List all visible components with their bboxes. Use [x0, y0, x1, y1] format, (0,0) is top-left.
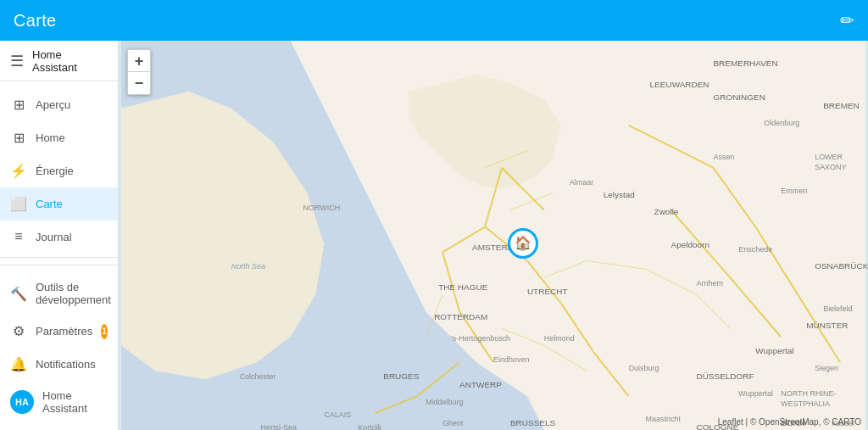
- dev-tools-icon: 🔨: [10, 286, 27, 302]
- svg-text:Eindhoven: Eindhoven: [493, 355, 529, 364]
- svg-text:Assen: Assen: [713, 153, 734, 161]
- footer-label-parametres: Paramètres: [36, 325, 92, 338]
- svg-text:OSNABRÜCK: OSNABRÜCK: [815, 261, 868, 271]
- footer-item-parametres[interactable]: ⚙Paramètres1: [0, 315, 118, 348]
- svg-text:Helmond: Helmond: [544, 334, 575, 343]
- sidebar-nav: ⊞Aperçu⊞Home⚡Énergie⬜Carte≡Journal▦Histo…: [0, 81, 118, 250]
- svg-text:Kortrijk: Kortrijk: [358, 423, 381, 430]
- svg-text:GRONINGEN: GRONINGEN: [713, 92, 765, 102]
- sidebar-item-carte[interactable]: ⬜Carte: [0, 187, 118, 221]
- sidebar-label-apercu: Aperçu: [36, 98, 70, 111]
- svg-text:Middelburg: Middelburg: [426, 398, 463, 406]
- svg-text:NORWICH: NORWICH: [303, 204, 340, 212]
- map-background: BREMERHAVEN BREMEN LOWER SAXONY LEEUWARD…: [119, 41, 868, 430]
- main-layout: ☰ Home Assistant ⊞Aperçu⊞Home⚡Énergie⬜Ca…: [0, 41, 868, 430]
- svg-text:Almaar: Almaar: [570, 178, 593, 187]
- svg-text:LEEUWARDEN: LEEUWARDEN: [650, 80, 709, 89]
- svg-text:THE HAGUE: THE HAGUE: [438, 282, 488, 292]
- svg-text:Ghent: Ghent: [442, 419, 464, 427]
- sidebar-label-journal: Journal: [36, 231, 72, 243]
- avatar: HA: [10, 390, 34, 414]
- page-title: Carte: [14, 11, 56, 31]
- svg-text:BREMERHAVEN: BREMERHAVEN: [713, 59, 777, 68]
- map-container: BREMERHAVEN BREMEN LOWER SAXONY LEEUWARD…: [119, 41, 868, 430]
- sidebar-footer: 🔨Outils de développement⚙Paramètres1🔔Not…: [0, 265, 118, 430]
- sidebar-header: ☰ Home Assistant: [0, 41, 118, 81]
- svg-text:DÜSSELDORF: DÜSSELDORF: [696, 371, 754, 381]
- svg-text:Zwolle: Zwolle: [654, 207, 679, 216]
- footer-item-notifications[interactable]: 🔔Notifications: [0, 348, 118, 381]
- footer-label-dev-tools: Outils de développement: [36, 281, 111, 306]
- svg-text:SAXONY: SAXONY: [815, 163, 846, 171]
- carte-icon: ⬜: [10, 196, 27, 212]
- parametres-icon: ⚙: [10, 323, 27, 339]
- footer-item-dev-tools[interactable]: 🔨Outils de développement: [0, 272, 118, 315]
- apercu-icon: ⊞: [10, 97, 27, 113]
- map-attribution: Leaflet | © OpenStreetMap, © CARTO: [718, 417, 861, 427]
- notifications-icon: 🔔: [10, 356, 27, 372]
- sidebar-label-energie: Énergie: [36, 165, 74, 177]
- sidebar-item-energie[interactable]: ⚡Énergie: [0, 154, 118, 187]
- svg-text:Lelystad: Lelystad: [604, 190, 635, 199]
- svg-text:BRUSSELS: BRUSSELS: [510, 418, 556, 427]
- svg-text:North Sea: North Sea: [231, 262, 265, 271]
- svg-text:BREMEN: BREMEN: [823, 101, 860, 110]
- svg-text:LOWER: LOWER: [815, 153, 843, 161]
- svg-text:ANTWERP: ANTWERP: [459, 380, 502, 389]
- svg-text:Maastricht: Maastricht: [646, 415, 682, 423]
- location-marker[interactable]: 🏠: [508, 228, 538, 259]
- sidebar-item-home[interactable]: ⊞Home: [0, 121, 118, 154]
- sidebar-label-home: Home: [36, 131, 65, 144]
- svg-text:Enschede: Enschede: [738, 245, 772, 254]
- energie-icon: ⚡: [10, 163, 27, 179]
- hamburger-icon[interactable]: ☰: [10, 52, 24, 70]
- svg-text:ROTTERDAM: ROTTERDAM: [434, 312, 487, 321]
- svg-text:MÜNSTER: MÜNSTER: [806, 321, 848, 330]
- map-svg: BREMERHAVEN BREMEN LOWER SAXONY LEEUWARD…: [119, 41, 868, 430]
- sidebar-divider: [0, 257, 118, 258]
- svg-text:Colchester: Colchester: [240, 372, 276, 381]
- svg-text:'s-Hertogenbosch: 's-Hertogenbosch: [451, 334, 510, 343]
- svg-text:Wuppertal: Wuppertal: [738, 389, 773, 398]
- notification-badge: 1: [101, 324, 108, 339]
- svg-text:Emmen: Emmen: [781, 187, 807, 195]
- svg-text:Duisburg: Duisburg: [629, 364, 659, 372]
- sidebar-item-apercu[interactable]: ⊞Aperçu: [0, 88, 118, 121]
- map-zoom-controls: + −: [127, 49, 151, 95]
- svg-text:Arnhem: Arnhem: [696, 279, 722, 288]
- footer-label-home-assistant: Home Assistant: [42, 389, 108, 415]
- journal-icon: ≡: [10, 229, 27, 244]
- svg-text:Hertsi-Sea: Hertsi-Sea: [261, 423, 297, 430]
- marker-icon: 🏠: [508, 228, 538, 259]
- svg-text:CALAIS: CALAIS: [324, 410, 351, 419]
- sidebar: ☰ Home Assistant ⊞Aperçu⊞Home⚡Énergie⬜Ca…: [0, 41, 119, 430]
- home-icon: ⊞: [10, 130, 27, 146]
- svg-text:Apeldoorn: Apeldoorn: [671, 240, 709, 249]
- svg-text:WESTPHALIA: WESTPHALIA: [781, 399, 830, 408]
- zoom-in-button[interactable]: +: [128, 50, 150, 72]
- sidebar-item-journal[interactable]: ≡Journal: [0, 221, 118, 250]
- app-header: Carte ✏: [0, 0, 868, 41]
- svg-text:Bielefeld: Bielefeld: [823, 304, 852, 313]
- zoom-out-button[interactable]: −: [128, 72, 150, 94]
- sidebar-brand: Home Assistant: [32, 48, 108, 74]
- svg-text:Wuppertal: Wuppertal: [755, 346, 793, 355]
- svg-text:BRUGES: BRUGES: [383, 371, 419, 381]
- svg-text:UTRECHT: UTRECHT: [527, 287, 568, 296]
- edit-icon[interactable]: ✏: [840, 10, 854, 31]
- svg-text:NORTH RHINE-: NORTH RHINE-: [781, 389, 836, 398]
- svg-text:Siegen: Siegen: [815, 364, 838, 372]
- footer-item-home-assistant[interactable]: HAHome Assistant: [0, 381, 118, 423]
- footer-label-notifications: Notifications: [36, 358, 96, 371]
- sidebar-label-carte: Carte: [36, 198, 63, 210]
- svg-text:Oldenburg: Oldenburg: [764, 119, 799, 127]
